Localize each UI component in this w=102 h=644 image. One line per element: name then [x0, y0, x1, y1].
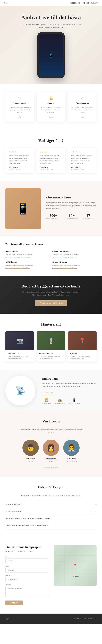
smart-product-content: Smart hem Sample text. Click to select t… [42, 377, 96, 404]
map-road-major-1 [54, 562, 96, 562]
display-item-desc-3: Sample text. Click to select the Text El… [52, 264, 96, 266]
form-email-label: Email [6, 565, 48, 567]
hero-phone-screen: 📱 [39, 34, 63, 76]
form-phone-input[interactable] [6, 577, 48, 582]
card-link-2[interactable]: NÄR [81, 116, 84, 118]
manage-item-title-2: Spårning [70, 352, 94, 354]
testimonial-text-1: Prom sed lorem ipsum ut faucibus Lorem i… [40, 154, 62, 164]
card-desc-2: Eum sed blank lorem representest in adpe… [71, 106, 93, 114]
display-item-link-0[interactable]: Sample text. Click to select the Text El… [6, 256, 30, 258]
feature-card-1: 🔒 säkerhet Eum sed blank lorem represent… [37, 92, 65, 122]
manage-item-1: 🌡️ Temperaturkontroll Ut sed lorem at in… [37, 332, 65, 362]
form-submit-button[interactable]: FORTSÄTT [6, 600, 22, 606]
faq-item-1[interactable]: How Are Your Services? + [6, 508, 96, 515]
card-title-2: Åtkomskontroll [71, 102, 93, 105]
manage-content-1: Temperaturkontroll Ut sed lorem at incid… [37, 350, 65, 362]
card-icon-2: ♡ [71, 96, 93, 100]
contact-desc: Sample text. Click to select the text bo… [6, 550, 48, 553]
smart-product-desc: Sample text. Click to select the Text El… [42, 382, 96, 388]
stat-1: 10+ ÅR AV ERFARENHET [64, 214, 79, 219]
manage-item-desc-2: Ut sed lorem at incididunt veniam sed el… [70, 356, 94, 360]
feature-card-0: ♡ Åtkomskontroll Eum sed blank lorem rep… [6, 92, 34, 122]
card-link-0[interactable]: NÄR [18, 116, 22, 118]
manage-item-title-0: Utomhus CCTV [8, 352, 32, 354]
hero-phone-mockup: 📱 [38, 32, 64, 78]
form-name-input[interactable] [6, 558, 48, 564]
nav-links: HOME PAGE ABOUT COMPANY [70, 2, 98, 4]
team-avatar-icon-0: 👨 [26, 444, 35, 452]
manage-item-desc-0: Ut sed lorem at incididunt veniam sed el… [8, 356, 32, 360]
form-message-label: Message [6, 584, 48, 586]
smart-product-button[interactable]: VISA MER [42, 391, 57, 395]
nav-logo: logo [4, 2, 7, 4]
hero-section: Ändra Live till det bästa Prom sed blank… [0, 6, 102, 84]
team-link[interactable]: Klicka här för att ändra [44, 467, 58, 468]
team-avatar-icon-2: 👨‍💼 [67, 444, 76, 452]
manage-icon-1: 🌡️ [48, 338, 54, 344]
manage-title: Hantera allt [6, 322, 96, 326]
hero-description: Prom sed blank amed lorem ipsum to adpec… [18, 23, 84, 29]
manage-item-desc-1: Ut sed lorem at incididunt veniam sed el… [39, 356, 63, 360]
feature-cards-section: ♡ Åtkomskontroll Eum sed blank lorem rep… [0, 84, 102, 130]
navbar: logo HOME PAGE ABOUT COMPANY [0, 0, 102, 6]
contact-section: Gör ett smart hemprojekt Sample text. Cl… [0, 537, 102, 614]
display-item-link-1[interactable]: Sample text. Click to select the Text El… [52, 256, 77, 258]
smart-home-desc: Lorem ipsum dolor sit, consectetuer adip… [46, 201, 96, 210]
cta-button[interactable]: FÅ GRATIS UPPSTARTNING [35, 300, 67, 306]
form-name-group: Namn [6, 556, 48, 564]
display-item-link-2[interactable]: Sample text. Click to select the Text El… [6, 267, 30, 268]
smart-home-image: 📱 [6, 188, 41, 229]
card-title-1: säkerhet [40, 102, 62, 105]
faq-section: Fakta & Frågor Sample text. Click to sel… [0, 477, 102, 537]
card-title-0: Åtkomskontroll [9, 102, 31, 105]
display-item-title-2: 6,5 MP kamera [6, 261, 50, 263]
faq-item-0[interactable]: How much does it cost? + [6, 501, 96, 508]
footer-logo: logo [6, 618, 9, 620]
form-message-input[interactable] [6, 586, 48, 597]
footer-link-0[interactable]: HOME PAGE [72, 618, 81, 620]
footer: logo HOME PAGE ABOUT COMPANY [0, 614, 102, 624]
contact-form: Gör ett smart hemprojekt Sample text. Cl… [6, 545, 48, 605]
manage-item-2: 📍 Spårning Ut sed lorem at incididunt ve… [68, 332, 96, 362]
testimonial-2: ★★★★★ Prom sed lorem ipsum ut faucibus L… [68, 148, 96, 174]
feature-icon-2: 📱 [69, 398, 80, 402]
display-item-title-0: Google Assistant [6, 250, 50, 252]
card-desc-1: Eum sed blank lorem representest in adpe… [40, 106, 62, 114]
smart-product-image: 📡 [6, 376, 35, 406]
display-item-link-3[interactable]: Sample text. Click to select the Text El… [52, 267, 77, 268]
team-member-1: 👩 Mary Smith Ägaren [43, 440, 59, 462]
team-avatar-2: 👨‍💼 [63, 440, 80, 456]
team-name-1: Mary Smith [43, 458, 59, 460]
manage-icon-2: 📍 [79, 338, 86, 344]
feature-card-2: ♡ Åtkomskontroll Eum sed blank lorem rep… [68, 92, 96, 122]
smart-home-section: 📱 Om smarta hem Lorem ipsum dolor sit, c… [0, 182, 102, 236]
smart-product-section: 📡 Smart hem Sample text. Click to select… [0, 370, 102, 411]
map-road-major-2 [54, 570, 96, 570]
smart-home-img-icon: 📱 [16, 202, 30, 215]
testimonials-section: Vad säger folk? ★★★★★ Prom sed lorem ips… [0, 130, 102, 182]
phone-icon: 📱 [49, 53, 54, 58]
feature-label-2: Smarta applikationer [69, 403, 80, 404]
testimonial-text-2: Prom sed lorem ipsum ut faucibus Lorem i… [71, 154, 93, 164]
form-email-input[interactable] [6, 568, 48, 573]
manage-item-title-1: Temperaturkontroll [39, 352, 63, 354]
display-item-title-1: Chrome Cast inbyggd [52, 250, 96, 252]
card-link-1[interactable]: NÄR [49, 116, 53, 118]
team-role-0: Grundare [22, 460, 39, 462]
faq-item-3[interactable]: Rum ut amet dolor aliqu. Integer iaculis… [6, 522, 96, 529]
faq-question-0: How much does it cost? [6, 504, 21, 506]
nav-about[interactable]: ABOUT COMPANY [83, 2, 98, 4]
form-message-group: Message [6, 584, 48, 598]
nav-home[interactable]: HOME PAGE [70, 2, 80, 4]
testimonial-0: ★★★★★ Prom sed lorem ipsum ut faucibus L… [6, 148, 34, 174]
faq-item-2[interactable]: What education and/or training do you ha… [6, 515, 96, 522]
display-item-desc-2: Sample text. Click to select the Text El… [6, 264, 50, 266]
hero-title: Ändra Live till det bästa [6, 14, 96, 21]
faq-question-1: How Are Your Services? [6, 510, 22, 512]
stat-number-0: 300+ [46, 214, 60, 218]
team-role-1: Ägaren [43, 460, 59, 462]
footer-link-1[interactable]: ABOUT COMPANY [84, 618, 96, 620]
team-avatar-icon-1: 👩 [47, 444, 55, 452]
team-description: Ut enim ad minim veniam, quis nostrud ex… [17, 428, 85, 434]
stat-2: 17 UTMÄRKELSER [83, 214, 94, 219]
